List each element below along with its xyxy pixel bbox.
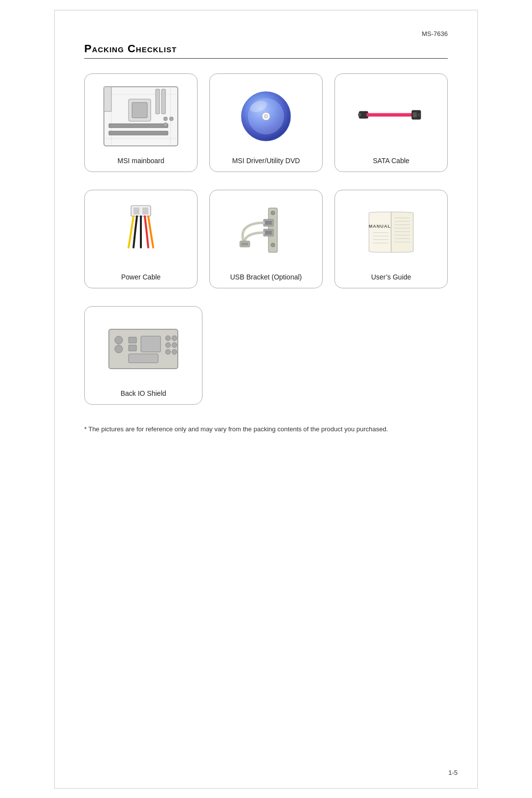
users-guide-label: User’s Guide xyxy=(371,273,411,281)
dvd-label: MSI Driver/Utility DVD xyxy=(232,157,300,165)
usb-bracket-label: USB Bracket (Optional) xyxy=(230,273,302,281)
svg-rect-23 xyxy=(413,112,417,117)
svg-point-57 xyxy=(166,336,170,341)
svg-rect-6 xyxy=(132,103,147,118)
mainboard-label: MSI mainboard xyxy=(118,157,165,165)
svg-rect-9 xyxy=(109,124,168,128)
svg-rect-11 xyxy=(104,87,111,111)
svg-rect-55 xyxy=(129,345,136,351)
page: MS-7636 Packing Checklist xyxy=(54,10,478,789)
sata-label: SATA Cable xyxy=(373,157,409,165)
svg-rect-7 xyxy=(156,89,160,114)
svg-point-59 xyxy=(166,343,170,347)
svg-rect-32 xyxy=(265,221,272,225)
io-shield-icon xyxy=(91,315,196,382)
power-cable-label: Power Cable xyxy=(121,273,161,281)
svg-point-58 xyxy=(172,336,177,341)
svg-point-30 xyxy=(271,243,275,247)
svg-rect-21 xyxy=(358,113,361,116)
svg-rect-54 xyxy=(129,337,136,343)
svg-rect-36 xyxy=(241,243,248,245)
svg-rect-63 xyxy=(129,354,158,363)
items-row3: Back IO Shield xyxy=(84,306,448,405)
usb-bracket-icon xyxy=(216,199,316,266)
item-power-cable: Power Cable xyxy=(84,190,198,288)
model-id: MS-7636 xyxy=(84,30,448,37)
svg-text:MANUAL: MANUAL xyxy=(369,224,391,229)
items-row2: Power Cable xyxy=(84,190,448,288)
svg-point-13 xyxy=(169,117,173,121)
dvd-icon xyxy=(216,83,316,150)
item-dvd: MSI Driver/Utility DVD xyxy=(209,73,323,172)
svg-rect-26 xyxy=(133,208,139,214)
svg-rect-10 xyxy=(109,131,168,135)
svg-point-62 xyxy=(172,349,177,354)
sata-cable-icon xyxy=(341,83,441,150)
footnote: * The pictures are for reference only an… xyxy=(84,424,448,435)
svg-rect-8 xyxy=(162,89,166,114)
svg-point-12 xyxy=(164,117,167,121)
svg-point-29 xyxy=(271,211,275,215)
svg-point-53 xyxy=(115,345,123,353)
motherboard-icon xyxy=(91,83,191,150)
svg-rect-56 xyxy=(141,336,161,352)
section-title: Packing Checklist xyxy=(84,42,448,59)
item-usb-bracket: USB Bracket (Optional) xyxy=(209,190,323,288)
page-number: 1-5 xyxy=(448,769,458,776)
item-sata: SATA Cable xyxy=(334,73,448,172)
svg-point-14 xyxy=(164,123,167,127)
svg-rect-34 xyxy=(265,231,272,235)
svg-rect-27 xyxy=(142,208,148,214)
io-shield-label: Back IO Shield xyxy=(121,389,166,397)
item-io-shield: Back IO Shield xyxy=(84,306,202,405)
users-guide-icon: MANUAL xyxy=(341,199,441,266)
svg-point-52 xyxy=(115,336,123,344)
power-cable-icon xyxy=(91,199,191,266)
items-row1: MSI mainboard xyxy=(84,73,448,172)
svg-point-60 xyxy=(172,343,177,347)
svg-point-61 xyxy=(166,349,170,354)
item-mainboard: MSI mainboard xyxy=(84,73,198,172)
svg-point-18 xyxy=(264,114,268,118)
item-users-guide: MANUAL User’s Guide xyxy=(334,190,448,288)
svg-rect-24 xyxy=(418,113,420,116)
